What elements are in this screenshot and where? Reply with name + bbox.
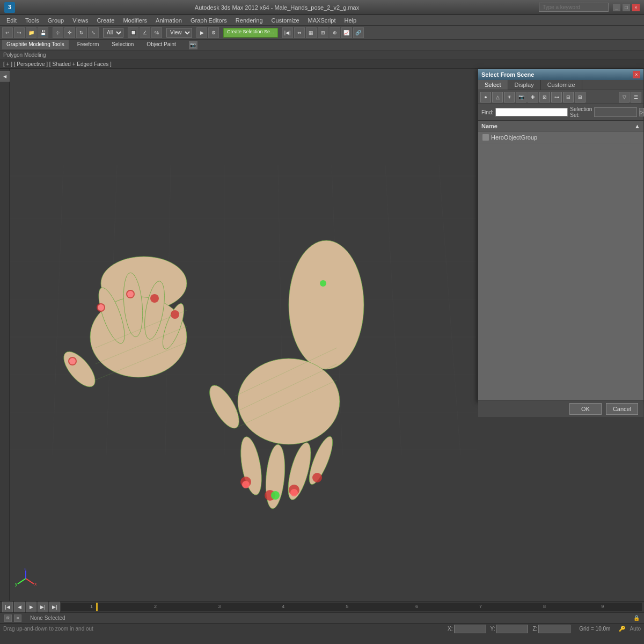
left-panel-btn1[interactable]: ◀ [0, 71, 10, 82]
menu-customize[interactable]: Customize [267, 16, 304, 25]
dialog-close-button[interactable]: × [633, 71, 640, 78]
sel-set-icon1[interactable]: ▷ [639, 108, 644, 116]
maximize-button[interactable]: □ [623, 4, 630, 11]
svg-point-38 [237, 435, 266, 496]
dialog-icon-options[interactable]: ☰ [631, 92, 641, 103]
play-btn[interactable]: ▶ [26, 602, 36, 612]
main-container: 3 Autodesk 3ds Max 2012 x64 - Male_Hands… [0, 0, 644, 644]
graphite-tab-selection[interactable]: Selection [107, 40, 138, 49]
tb-named-select[interactable]: |◀| [282, 27, 293, 38]
timeline-track[interactable]: 1 2 3 4 5 6 7 8 9 [61, 603, 642, 611]
menu-create[interactable]: Create [92, 16, 119, 25]
menu-tools[interactable]: Tools [21, 16, 43, 25]
tb-mirror[interactable]: ⇔ [294, 27, 305, 38]
find-label: Find: [481, 109, 493, 115]
timeline-num-8: 8 [543, 604, 546, 609]
tb-redo[interactable]: ↪ [14, 27, 25, 38]
object-list[interactable]: HeroObjectGroup [478, 131, 643, 400]
timeline-num-1: 1 [90, 604, 93, 609]
cancel-button[interactable]: Cancel [606, 403, 638, 415]
tb-percent-snap[interactable]: % [151, 27, 162, 38]
dialog-icon-helper[interactable]: ✚ [528, 92, 538, 103]
object-icon-hero [482, 134, 489, 141]
dialog-icon-bar: ● △ ☀ 📷 ✚ ⊠ ⊶ ⊟ ⊞ ▽ ☰ [478, 90, 643, 104]
tb-create-selection[interactable]: Create Selection Se... [223, 28, 278, 38]
dialog-icon-filter[interactable]: ▽ [619, 92, 630, 103]
minimize-button[interactable]: _ [613, 4, 620, 11]
svg-line-55 [18, 579, 26, 584]
tb-filter-select[interactable]: All [103, 28, 123, 38]
dialog-icon-bone[interactable]: ⊶ [551, 92, 562, 103]
tb-render-setup[interactable]: ⚙ [208, 27, 219, 38]
status-close-btn[interactable]: × [14, 614, 21, 622]
svg-text:y: y [15, 581, 18, 587]
close-button[interactable]: × [632, 4, 640, 11]
tb-array[interactable]: ▦ [306, 27, 317, 38]
tb-view-select[interactable]: View [166, 28, 192, 38]
app-icon: 3 [4, 2, 15, 13]
tb-align[interactable]: ⊞ [318, 27, 328, 38]
dialog-tab-display[interactable]: Display [508, 80, 541, 90]
dialog-icon-sphere[interactable]: ● [480, 92, 491, 103]
dialog-footer: OK Cancel [478, 400, 643, 417]
graphite-tab-modeling[interactable]: Graphite Modeling Tools [2, 40, 69, 49]
search-input[interactable] [539, 3, 609, 12]
menu-views[interactable]: Views [68, 16, 92, 25]
tb-schematic[interactable]: 🔗 [353, 27, 364, 38]
tb-open[interactable]: 📁 [26, 27, 36, 38]
tb-layer[interactable]: ⊕ [330, 27, 340, 38]
tb-rotate[interactable]: ↻ [76, 27, 87, 38]
tb-angle-snap[interactable]: ∠ [140, 27, 150, 38]
tb-select[interactable]: ⊹ [53, 27, 63, 38]
svg-point-33 [98, 304, 104, 311]
menu-rendering[interactable]: Rendering [231, 16, 267, 25]
dialog-icon-xref[interactable]: ⊞ [575, 92, 586, 103]
menu-edit[interactable]: Edit [2, 16, 21, 25]
timeline-playhead [96, 603, 98, 611]
camera-icon[interactable]: 📷 [189, 41, 197, 49]
dialog-icon-light[interactable]: ☀ [504, 92, 515, 103]
menu-graph-editors[interactable]: Graph Editors [186, 16, 231, 25]
svg-point-32 [69, 358, 76, 364]
step-back-btn[interactable]: ◀ [14, 602, 25, 612]
dialog-icon-space[interactable]: ⊠ [539, 92, 550, 103]
selection-set-input[interactable] [594, 107, 637, 117]
right-hand [204, 240, 364, 509]
viewport-label-text: [ + ] [ Perspective ] [ Shaded + Edged F… [3, 61, 112, 67]
timeline-num-3: 3 [218, 604, 221, 609]
status-icon-btn[interactable]: R [4, 614, 12, 622]
graphite-tab-object-paint[interactable]: Object Paint [142, 40, 180, 49]
menu-maxscript[interactable]: MAXScript [304, 16, 340, 25]
tb-undo[interactable]: ↩ [2, 27, 13, 38]
dialog-tab-select[interactable]: Select [478, 80, 508, 90]
tb-move[interactable]: ✛ [64, 27, 75, 38]
svg-point-35 [289, 240, 364, 369]
ok-button[interactable]: OK [569, 403, 602, 415]
dialog-tab-customize[interactable]: Customize [541, 80, 582, 90]
menu-help[interactable]: Help [340, 16, 361, 25]
svg-point-50 [271, 491, 280, 500]
z-label: Z: [532, 626, 537, 632]
menu-modifiers[interactable]: Modifiers [119, 16, 151, 25]
z-input[interactable] [538, 625, 570, 633]
dialog-title: Select From Scene [481, 71, 534, 78]
graphite-tab-freeform[interactable]: Freeform [73, 40, 104, 49]
last-frame-btn[interactable]: ▶| [49, 602, 60, 612]
dialog-icon-geo[interactable]: △ [492, 92, 503, 103]
prev-frame-btn[interactable]: |◀ [2, 602, 13, 612]
tb-save[interactable]: 💾 [38, 27, 48, 38]
tb-snap[interactable]: 🔲 [128, 27, 138, 38]
lock-icon-area: 🔒 [633, 615, 640, 621]
tb-curve-editor[interactable]: 📈 [341, 27, 352, 38]
object-row-hero[interactable]: HeroObjectGroup [478, 131, 643, 143]
y-input[interactable] [496, 625, 528, 633]
dialog-icon-group[interactable]: ⊟ [563, 92, 574, 103]
x-input[interactable] [454, 625, 486, 633]
tb-render[interactable]: ▶ [196, 27, 207, 38]
menu-group[interactable]: Group [43, 16, 69, 25]
menu-animation[interactable]: Animation [151, 16, 186, 25]
dialog-icon-camera[interactable]: 📷 [516, 92, 526, 103]
step-fwd-btn[interactable]: ▶| [38, 602, 48, 612]
tb-scale[interactable]: ⤡ [88, 27, 99, 38]
find-input[interactable] [495, 108, 568, 116]
